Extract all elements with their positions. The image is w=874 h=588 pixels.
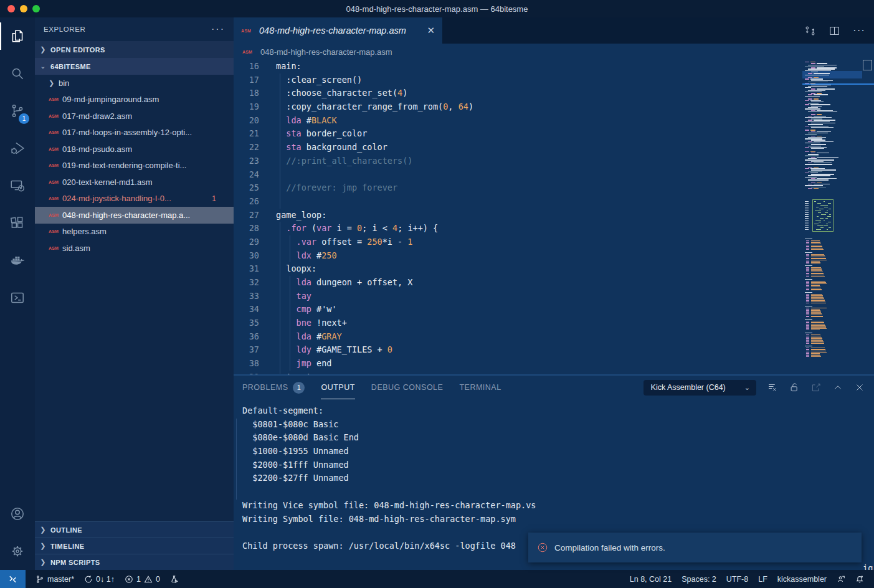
tab-debug-console[interactable]: DEBUG CONSOLE [371,376,444,399]
activity-docker[interactable] [0,242,35,279]
file-item[interactable]: ASM048-md-high-res-character-map.a... [35,207,234,224]
maximize-panel-icon[interactable] [832,382,843,393]
code-line: 26 [234,195,874,209]
activity-account[interactable] [0,495,35,533]
breadcrumb[interactable]: ASM 048-md-high-res-character-map.asm [234,44,874,60]
activity-run-debug[interactable] [0,130,35,167]
file-item[interactable]: ASM020-text-kernel-md1.asm [35,174,234,191]
minimap-line [808,154,819,154]
minimap-line [811,309,820,310]
minimap-line [805,185,823,186]
cursor-position[interactable]: Ln 8, Col 21 [630,575,672,584]
tab-problems[interactable]: PROBLEMS 1 [242,376,305,399]
minimap-line [806,298,809,299]
minimap-line [811,273,824,273]
minimap-line [811,303,826,303]
feedback-button[interactable] [837,575,845,584]
minimap-line [806,285,809,285]
remote-indicator[interactable] [0,570,26,588]
activity-explorer[interactable] [0,17,35,55]
build-run-status[interactable] [170,575,179,584]
minimap-line [811,106,822,107]
minimap-line [811,148,824,149]
zoom-window-button[interactable] [32,5,40,12]
file-problem-badge: 1 [212,194,216,203]
tab-current-file[interactable]: ASM 048-md-high-res-character-map.asm ✕ [234,17,442,44]
section-root-folder[interactable]: ⌄ 64BITESME [35,58,234,75]
activity-source-control[interactable]: 1 [0,92,35,130]
file-item[interactable]: ASM09-md-jumpingaround.asm [35,92,234,108]
minimap-line [811,298,824,299]
tab-close-icon[interactable]: ✕ [427,25,435,36]
unlock-icon[interactable] [789,382,800,393]
section-timeline[interactable]: ❯TIMELINE [35,538,234,554]
activity-powershell[interactable] [0,279,35,316]
activity-extensions[interactable] [0,204,35,242]
file-item[interactable]: ❯bin [35,75,234,92]
minimap-line [805,306,812,306]
spaces-label: Spaces: 2 [682,575,716,584]
code-line: 21 sta border_color [234,127,874,141]
branch-status[interactable]: master* [36,575,74,584]
minimize-window-button[interactable] [20,5,27,12]
minimap-line [805,216,809,217]
file-item[interactable]: ASMhelpers.asm [35,224,234,240]
editor-more-actions-icon[interactable]: ··· [853,24,865,37]
indentation-status[interactable]: Spaces: 2 [682,575,716,584]
open-output-in-editor-icon[interactable] [810,382,822,393]
problems-status[interactable]: 1 0 [125,575,160,584]
close-panel-icon[interactable] [854,382,865,393]
minimap-line [824,220,825,220]
minimap-line [808,188,812,189]
editor-scrollbar[interactable] [862,60,874,365]
scrollbar-slider[interactable] [863,60,872,70]
explorer-more-actions-icon[interactable]: ··· [211,24,225,35]
sidebar-title-row: EXPLORER ··· [35,17,234,41]
tab-terminal[interactable]: TERMINAL [459,376,501,399]
notification-toast[interactable]: Compilation failed with errors. [528,533,862,562]
sync-status[interactable]: 0↓ 1↑ [84,575,115,584]
tab-output[interactable]: OUTPUT [321,376,354,399]
file-item[interactable]: ASM017-md-loops-in-assembly-12-opti... [35,125,234,141]
activity-remote-explorer[interactable] [0,167,35,204]
activity-search[interactable] [0,55,35,92]
open-changes-icon[interactable] [804,25,816,37]
file-item[interactable]: ASM024-md-joystick-handling-I-0...1 [35,191,234,207]
file-label: 018-md-psudo.asm [62,145,132,154]
minimap-line [805,151,809,152]
section-outline[interactable]: ❯OUTLINE [35,521,234,538]
code-line: 17 :clear_screen() [234,74,874,87]
close-window-button[interactable] [7,5,15,12]
editor-actions: ··· [804,17,865,44]
language-mode[interactable]: kickassembler [777,575,827,584]
notifications-button[interactable] [855,575,864,584]
minimap-line [814,167,819,168]
eol-label: LF [758,575,767,584]
code-editor[interactable]: 16main:17 :clear_screen()18 :choose_char… [234,60,874,374]
file-item[interactable]: ASM018-md-psudo.asm [35,141,234,158]
file-item[interactable]: ASM019-md-text-rendering-compile-ti... [35,158,234,174]
file-item[interactable]: ASM017-md-draw2.asm [35,108,234,125]
minimap-line [806,242,809,242]
asm-file-icon: ASM [49,246,62,250]
minimap-line [811,72,818,72]
line-number: 30 [234,249,276,263]
minimap[interactable] [802,60,862,365]
file-label: sid.asm [62,244,90,253]
section-open-editors[interactable]: ❯ OPEN EDITORS [35,41,234,58]
minimap-line [810,130,815,130]
output-channel-select[interactable]: Kick Assembler (C64) ⌄ [644,380,756,396]
minimap-line [811,355,820,356]
eol-status[interactable]: LF [758,575,767,584]
section-npm-scripts[interactable]: ❯NPM SCRIPTS [35,554,234,570]
file-item[interactable]: ASMsid.asm [35,240,234,257]
code-text: :choose_character_set(4) [276,87,407,100]
minimap-line [805,207,809,207]
split-editor-icon[interactable] [829,25,840,37]
minimap-line [811,281,825,282]
activity-settings[interactable] [0,533,35,570]
minimap-line [805,229,809,230]
minimap-line [824,201,825,202]
clear-output-icon[interactable] [767,382,778,393]
encoding-status[interactable]: UTF-8 [726,575,748,584]
